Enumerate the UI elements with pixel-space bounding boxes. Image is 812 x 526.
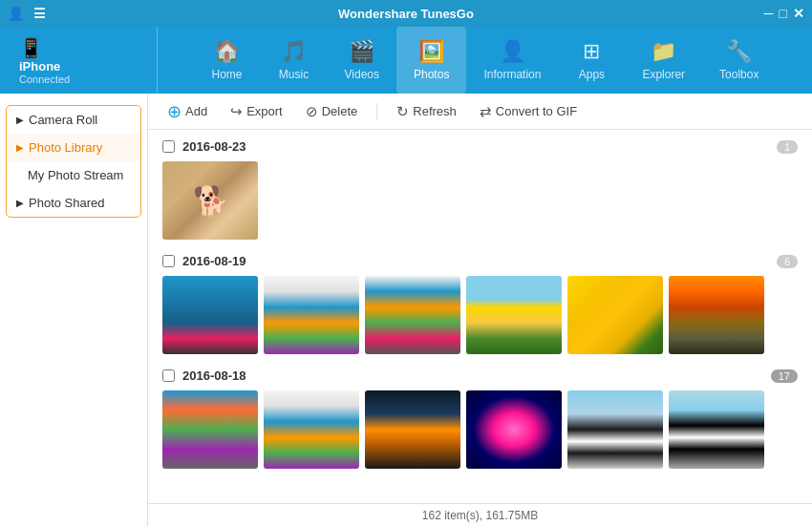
explorer-icon: 📁 [651,39,676,64]
photo-thumb[interactable] [669,276,764,354]
title-bar-controls: ─ □ ✕ [764,6,804,21]
content-area: ⊕ Add ↪ Export ⊘ Delete ↻ Refresh ⇄ Conv… [148,94,812,526]
tab-explorer[interactable]: 📁 Explorer [625,27,702,94]
user-icon[interactable]: 👤 [8,6,24,21]
photo-thumb[interactable] [264,276,359,354]
arrow-icon: ▶ [16,115,24,125]
photos-row-3 [162,390,798,469]
photos-icon: 🖼️ [418,39,444,64]
date-header-3: 2016-08-18 17 [162,368,798,383]
delete-button[interactable]: ⊘ Delete [298,99,366,124]
photo-thumb[interactable] [365,390,460,469]
home-icon: 🏠 [214,39,240,64]
photos-row-2 [162,276,798,354]
refresh-button[interactable]: ↻ Refresh [389,99,464,124]
tab-toolbox[interactable]: 🔧 Toolbox [702,27,776,94]
photos-content[interactable]: 2016-08-23 1 🐕 2016-08-19 6 [148,130,812,503]
group-checkbox-2[interactable] [162,255,175,267]
export-icon: ↪ [230,103,243,120]
photo-thumb[interactable]: 🐕 [162,161,258,240]
device-status: Connected [19,74,70,85]
toolbar-separator [376,103,377,120]
main-layout: ▶ Camera Roll ▶ Photo Library My Photo S… [0,94,812,526]
sidebar-item-my-photo-stream[interactable]: My Photo Stream [7,161,140,189]
device-info: 📱 iPhone Connected [10,27,158,94]
add-button[interactable]: ⊕ Add [160,97,215,126]
app-title: Wondershare TunesGo [338,7,474,21]
videos-icon: 🎬 [349,39,374,64]
apps-icon: ⊞ [583,39,600,64]
title-bar: 👤 ☰ Wondershare TunesGo ─ □ ✕ [0,0,812,27]
photo-thumb[interactable] [162,276,258,354]
tab-information[interactable]: 👤 Information [466,27,558,94]
add-icon: ⊕ [167,101,182,122]
tab-photos[interactable]: 🖼️ Photos [396,27,466,94]
date-header-2: 2016-08-19 6 [162,254,798,268]
arrow-icon: ▶ [16,142,24,153]
device-name: iPhone [19,59,60,74]
menu-icon[interactable]: ☰ [33,6,46,21]
group-checkbox-1[interactable] [162,140,175,153]
nav-tabs: 🏠 Home 🎵 Music 🎬 Videos 🖼️ Photos 👤 Info… [167,27,802,94]
refresh-icon: ↻ [396,103,409,120]
convert-icon: ⇄ [480,103,492,120]
status-bar: 162 item(s), 161.75MB [148,503,812,526]
sidebar-item-camera-roll[interactable]: ▶ Camera Roll [7,106,140,134]
arrow-icon: ▶ [16,198,24,208]
music-icon: 🎵 [281,39,307,64]
maximize-icon[interactable]: □ [780,6,787,21]
sidebar-section: ▶ Camera Roll ▶ Photo Library My Photo S… [6,105,141,218]
tab-music[interactable]: 🎵 Music [261,27,328,94]
photos-row-1: 🐕 [162,161,798,240]
export-button[interactable]: ↪ Export [223,99,290,124]
toolbar: ⊕ Add ↪ Export ⊘ Delete ↻ Refresh ⇄ Conv… [148,94,812,130]
photo-thumb[interactable] [669,390,764,469]
delete-icon: ⊘ [306,103,318,120]
sidebar-item-photo-shared[interactable]: ▶ Photo Shared [7,189,140,217]
toolbox-icon: 🔧 [726,39,752,64]
photo-thumb[interactable] [365,276,460,354]
photo-thumb[interactable] [466,390,562,469]
tab-home[interactable]: 🏠 Home [194,27,261,94]
title-bar-left: 👤 ☰ [8,6,46,21]
photo-thumb[interactable] [567,276,663,354]
device-icon: 📱 [19,36,43,59]
convert-gif-button[interactable]: ⇄ Convert to GIF [472,99,585,124]
group-checkbox-3[interactable] [162,369,175,382]
photo-thumb[interactable] [162,390,258,469]
minimize-icon[interactable]: ─ [764,6,774,21]
nav-bar: 📱 iPhone Connected 🏠 Home 🎵 Music 🎬 Vide… [0,27,812,94]
photo-thumb[interactable] [466,276,562,354]
date-header-1: 2016-08-23 1 [162,139,798,154]
tab-apps[interactable]: ⊞ Apps [558,27,625,94]
tab-videos[interactable]: 🎬 Videos [328,27,396,94]
information-icon: 👤 [500,39,525,64]
status-text: 162 item(s), 161.75MB [422,509,538,522]
date-group-2: 2016-08-19 6 [162,254,798,354]
date-group-3: 2016-08-18 17 [162,368,798,469]
sidebar-item-photo-library[interactable]: ▶ Photo Library [7,134,140,161]
close-icon[interactable]: ✕ [793,6,804,21]
sidebar: ▶ Camera Roll ▶ Photo Library My Photo S… [0,94,148,526]
photo-thumb[interactable] [567,390,663,469]
dog-photo: 🐕 [162,161,258,240]
date-group-1: 2016-08-23 1 🐕 [162,139,798,240]
photo-thumb[interactable] [264,390,359,469]
